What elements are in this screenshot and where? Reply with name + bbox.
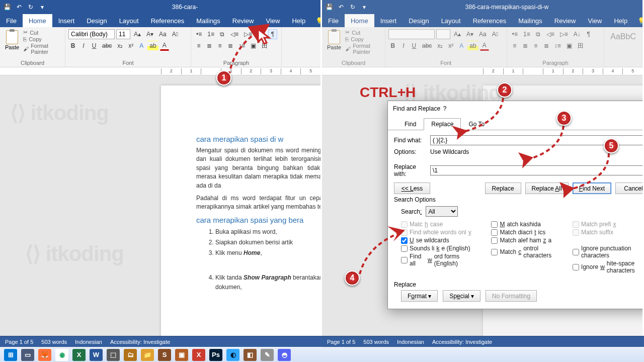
tab-home[interactable]: Home	[23, 14, 52, 27]
match-diacritics-check[interactable]: Match diacritics	[491, 229, 557, 236]
font-name-input[interactable]	[388, 29, 435, 39]
excel-icon[interactable]: X	[72, 349, 86, 361]
highlight-button[interactable]: ab	[147, 41, 158, 51]
strike-button[interactable]: abc	[100, 41, 114, 51]
app-icon[interactable]: 🗂	[124, 349, 137, 361]
no-formatting-button[interactable]: No Formatting	[486, 290, 537, 302]
paste-button[interactable]: Paste	[325, 29, 343, 55]
xampp-icon[interactable]: X	[192, 349, 205, 361]
tab-find[interactable]: Find	[397, 118, 424, 130]
underline-button[interactable]: U	[90, 41, 99, 51]
tab-mailings[interactable]: Mailings	[512, 14, 548, 27]
format-button[interactable]: Format ▾	[401, 290, 438, 302]
replace-with-label: Replace with:	[394, 163, 430, 177]
superscript-button[interactable]: x²	[126, 41, 135, 51]
menubar: File Home Insert Design Layout Reference…	[322, 14, 642, 27]
subscript-button[interactable]: x₂	[115, 41, 125, 51]
multilevel-button[interactable]: ⧉	[218, 29, 227, 39]
replace-button[interactable]: Replace	[485, 183, 521, 194]
match-kashida-check[interactable]: Match kashida	[491, 221, 557, 228]
tab-help[interactable]: Help	[286, 14, 311, 27]
tab-review[interactable]: Review	[226, 14, 260, 27]
undo-icon[interactable]: ↶	[338, 4, 344, 11]
copy-button[interactable]: ⎘ Copy	[23, 36, 62, 42]
word-icon[interactable]: W	[90, 349, 103, 361]
tab-view[interactable]: View	[260, 14, 286, 27]
align-center-button[interactable]: ≣	[205, 41, 214, 51]
tab-references[interactable]: References	[145, 14, 190, 27]
cut-button[interactable]: ✂ Cut	[23, 29, 62, 36]
tab-file[interactable]: File	[322, 14, 345, 27]
match-alef-check[interactable]: Match alef hamza	[491, 237, 557, 244]
change-case-icon[interactable]: Aa	[157, 29, 169, 39]
tab-home[interactable]: Home	[345, 14, 374, 27]
app-icon[interactable]: ▣	[175, 349, 188, 361]
tab-file[interactable]: File	[0, 14, 23, 27]
bold-button[interactable]: B	[68, 41, 77, 51]
cut-button[interactable]: ✂ Cut	[345, 29, 382, 36]
discord-icon[interactable]: ◓	[278, 349, 291, 361]
document-area[interactable]: cara merapikan spasi di w Mengatur spasi…	[0, 75, 320, 347]
less-button[interactable]: << Less	[394, 183, 430, 194]
format-painter-button[interactable]: 🖌 Format Painter	[345, 43, 382, 55]
windows-taskbar[interactable]: ⊞ ▭ 🦊 ◉ X W ⬚ 🗂 📁 S ▣ X Ps ◐ ◧ ✎ ◓	[0, 347, 644, 362]
photoshop-icon[interactable]: Ps	[209, 349, 222, 361]
text-effect-button[interactable]: A	[137, 41, 146, 51]
sublime-icon[interactable]: S	[158, 349, 171, 361]
taskview-icon[interactable]: ▭	[21, 349, 34, 361]
tab-layout[interactable]: Layout	[113, 14, 145, 27]
app-icon[interactable]: 📁	[141, 349, 154, 361]
align-right-button[interactable]: ≡	[215, 41, 224, 51]
numbering-button[interactable]: 1≡	[205, 29, 216, 39]
italic-button[interactable]: I	[79, 41, 88, 51]
format-painter-button[interactable]: 🖌 Format Painter	[23, 43, 62, 55]
save-icon[interactable]: 💾	[4, 4, 11, 11]
tab-insert[interactable]: Insert	[374, 14, 403, 27]
bulb-icon: 💡	[637, 17, 644, 25]
chrome-icon[interactable]: ◉	[55, 349, 68, 361]
tab-view[interactable]: View	[582, 14, 608, 27]
annotation-badge-1: 1	[216, 70, 231, 85]
firefox-icon[interactable]: 🦊	[38, 349, 51, 361]
font-color-button[interactable]: A	[160, 41, 169, 51]
tab-design[interactable]: Design	[80, 14, 113, 27]
redo-icon[interactable]: ↻	[27, 4, 34, 11]
app-icon[interactable]: ✎	[261, 349, 274, 361]
tab-review[interactable]: Review	[548, 14, 582, 27]
align-left-button[interactable]: ≡	[194, 41, 203, 51]
annotation-badge-5: 5	[604, 138, 619, 153]
cancel-button[interactable]: Cancel	[615, 183, 644, 194]
annotation-badge-2: 2	[497, 82, 512, 98]
tab-design[interactable]: Design	[403, 14, 435, 27]
start-icon[interactable]: ⊞	[4, 349, 17, 361]
tab-layout[interactable]: Layout	[435, 14, 467, 27]
copy-button[interactable]: ⎘ Copy	[345, 36, 382, 42]
tab-references[interactable]: References	[467, 14, 512, 27]
bulb-icon: 💡	[315, 17, 322, 25]
ignore-space-check[interactable]: Ignore white-space characters	[573, 260, 644, 274]
app-icon[interactable]: ◐	[226, 349, 239, 361]
save-icon[interactable]: 💾	[326, 4, 333, 11]
bullets-button[interactable]: •≡	[194, 29, 204, 39]
ignore-punct-check[interactable]: Ignore punctuation characters	[573, 245, 644, 259]
style-preview[interactable]: AaBbC	[607, 29, 639, 44]
undo-icon[interactable]: ↶	[16, 4, 22, 11]
qat-more-icon[interactable]: ▾	[39, 4, 45, 11]
redo-icon[interactable]: ↻	[349, 4, 356, 11]
tab-insert[interactable]: Insert	[52, 14, 81, 27]
app-icon[interactable]: ◧	[244, 349, 257, 361]
shrink-font-icon[interactable]: A▾	[144, 29, 155, 39]
font-size-input[interactable]	[116, 29, 130, 39]
match-control-check[interactable]: Match control characters	[491, 245, 557, 259]
search-direction-select[interactable]: All	[426, 206, 458, 217]
special-button[interactable]: Special ▾	[443, 290, 480, 302]
font-size-input[interactable]	[436, 29, 450, 39]
app-icon[interactable]: ⬚	[107, 349, 120, 361]
font-name-input[interactable]	[68, 29, 115, 39]
tab-help[interactable]: Help	[608, 14, 633, 27]
paste-button[interactable]: Paste	[3, 29, 21, 55]
clear-format-icon[interactable]: A⃠	[170, 29, 180, 39]
qat-more-icon[interactable]: ▾	[361, 4, 367, 11]
tab-mailings[interactable]: Mailings	[190, 14, 226, 27]
grow-font-icon[interactable]: A▴	[132, 29, 143, 39]
